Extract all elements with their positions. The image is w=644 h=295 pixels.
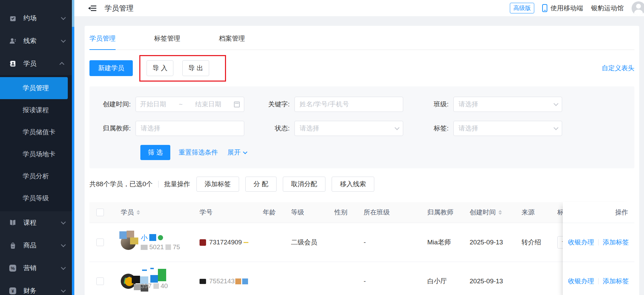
reset-filters-link[interactable]: 重置筛选条件 [179, 148, 218, 157]
sidebar-item-students[interactable]: 学员 [0, 52, 72, 75]
phone-icon [542, 4, 547, 12]
student-cell[interactable]: 397 40 [121, 272, 200, 290]
sidebar-item-stored-value-card[interactable]: 学员储值卡 [0, 121, 72, 143]
sidebar-item-label: 商品 [23, 241, 61, 250]
filter-status: 状态: 请选择 [248, 121, 403, 136]
sidebar-item-label: 财务 [23, 286, 61, 295]
topbar-right: 高级版 使用移动端 银豹运动馆 [510, 1, 641, 15]
chevron-down-icon [61, 288, 66, 293]
date-range-input[interactable]: 开始日期 ~ 结束日期 [136, 97, 244, 112]
add-tag-link[interactable]: 添加标签 [603, 277, 629, 286]
select-all-checkbox[interactable] [96, 209, 104, 216]
course-book-icon [9, 219, 17, 226]
sidebar-item-booking[interactable]: 约场 [0, 7, 72, 30]
calendar-check-icon [9, 14, 17, 22]
class-select[interactable]: 请选择 [453, 97, 562, 112]
move-to-leads-button[interactable]: 移入线索 [332, 177, 374, 192]
avatar[interactable] [632, 1, 644, 15]
filter-keyword: 关键字: 姓名/学号/手机号 [248, 97, 403, 112]
row-actions: 收银办理 添加标签 [563, 223, 634, 262]
main-card: 学员管理 标签管理 档案管理 新建学员 导 入 导 出 自定义表头 [85, 26, 639, 295]
sidebar-item-student-management[interactable]: 学员管理 [0, 77, 68, 99]
divider [598, 239, 599, 245]
row-checkbox[interactable] [96, 277, 104, 285]
level-cell: 二级会员 [291, 238, 334, 247]
page-title: 学员管理 [105, 3, 133, 13]
sidebar-nav: 约场 线索 学员 学员管理 报读课程 学员储值卡 [0, 0, 72, 295]
export-button[interactable]: 导 出 [182, 60, 209, 76]
student-card-icon [9, 60, 17, 67]
sort-icon[interactable] [498, 210, 502, 215]
teacher-select[interactable]: 请选择 [136, 121, 244, 136]
sidebar-item-label: 学员 [23, 59, 61, 68]
students-submenu: 学员管理 报读课程 学员储值卡 学员场地卡 学员分析 学员等级 [0, 75, 72, 211]
add-tag-link[interactable]: 添加标签 [603, 238, 629, 247]
sidebar-item-label: 课程 [23, 218, 61, 227]
chevron-down-icon [61, 15, 66, 20]
assign-button[interactable]: 分 配 [245, 177, 277, 192]
status-select[interactable]: 请选择 [294, 121, 403, 136]
col-level: 等级 [291, 208, 334, 217]
sidebar-scrollbar[interactable] [72, 0, 74, 295]
chevron-down-icon [61, 242, 66, 247]
use-mobile-link[interactable]: 使用移动端 [542, 4, 583, 13]
sidebar-item-label: 约场 [23, 14, 61, 23]
filter-button[interactable]: 筛 选 [140, 145, 170, 160]
account-name[interactable]: 银豹运动馆 [591, 4, 624, 13]
customize-columns-link[interactable]: 自定义表头 [602, 64, 634, 73]
filter-teacher: 归属教师: 请选择 [89, 121, 244, 136]
scrollbar-thumb[interactable] [72, 0, 74, 27]
chevron-down-icon [61, 220, 66, 224]
status-label: 状态: [248, 124, 294, 133]
sidebar-item-marketing[interactable]: % 营销 [0, 257, 72, 280]
leads-person-icon [9, 37, 17, 45]
expand-filters-link[interactable]: 展开 [227, 148, 246, 157]
tab-bar: 学员管理 标签管理 档案管理 [89, 26, 634, 50]
sidebar-item-label: 线索 [23, 36, 61, 45]
cashier-handle-link[interactable]: 收银办理 [568, 238, 594, 247]
tab-tag-management[interactable]: 标签管理 [154, 34, 180, 50]
row-checkbox[interactable] [96, 239, 104, 246]
tab-student-management[interactable]: 学员管理 [89, 34, 116, 50]
sidebar-item-venue-card[interactable]: 学员场地卡 [0, 143, 72, 165]
sidebar-item-leads[interactable]: 线索 [0, 30, 72, 52]
tab-archive-management[interactable]: 档案管理 [219, 34, 245, 50]
goods-bag-icon [9, 242, 17, 249]
sidebar-item-student-analysis[interactable]: 学员分析 [0, 165, 72, 187]
sidebar-item-enrolled-courses[interactable]: 报读课程 [0, 99, 72, 121]
sidebar-item-goods[interactable]: 商品 [0, 234, 72, 257]
sidebar-item-label: 营销 [23, 264, 61, 273]
unassign-button[interactable]: 取消分配 [283, 177, 325, 192]
created-cell: 2025-09-13 [470, 277, 522, 285]
chevron-down-icon [61, 265, 66, 270]
divider [598, 278, 599, 284]
start-date-placeholder: 开始日期 [140, 100, 166, 109]
chevron-down-icon [554, 125, 558, 130]
col-age: 年龄 [263, 208, 291, 217]
sidebar-item-student-level[interactable]: 学员等级 [0, 187, 72, 209]
filter-created-time: 创建时间: 开始日期 ~ 结束日期 [89, 97, 244, 112]
chevron-down-icon [243, 150, 248, 154]
col-student[interactable]: 学员 [121, 208, 200, 217]
teacher-cell: 白小厅 [427, 277, 470, 286]
tag-label: 标签: [407, 124, 453, 133]
cashier-handle-link[interactable]: 收银办理 [568, 277, 594, 286]
collapse-menu-icon[interactable] [87, 4, 97, 12]
batch-menu[interactable]: 批量操作 [164, 180, 190, 189]
new-student-button[interactable]: 新建学员 [89, 60, 133, 76]
student-id-cell: 731724909 [200, 239, 263, 246]
toolbar: 新建学员 导 入 导 出 自定义表头 [89, 55, 634, 82]
sidebar-item-finance[interactable]: ¥ 财务 [0, 280, 72, 295]
col-student-id: 学号 [200, 208, 263, 217]
import-button[interactable]: 导 入 [147, 60, 173, 76]
add-tag-button[interactable]: 添加标签 [196, 177, 239, 192]
col-created[interactable]: 创建时间 [470, 208, 522, 217]
sort-icon[interactable] [137, 210, 140, 215]
tag-select[interactable]: 请选择 [453, 121, 562, 136]
source-cell: 转介绍 [522, 238, 557, 247]
version-badge: 高级版 [510, 3, 534, 13]
filter-actions: 筛 选 重置筛选条件 展开 [140, 145, 634, 160]
student-cell[interactable]: 小 5021 75 [121, 233, 200, 251]
keyword-input[interactable]: 姓名/学号/手机号 [294, 97, 403, 112]
sidebar-item-courses[interactable]: 课程 [0, 211, 72, 234]
